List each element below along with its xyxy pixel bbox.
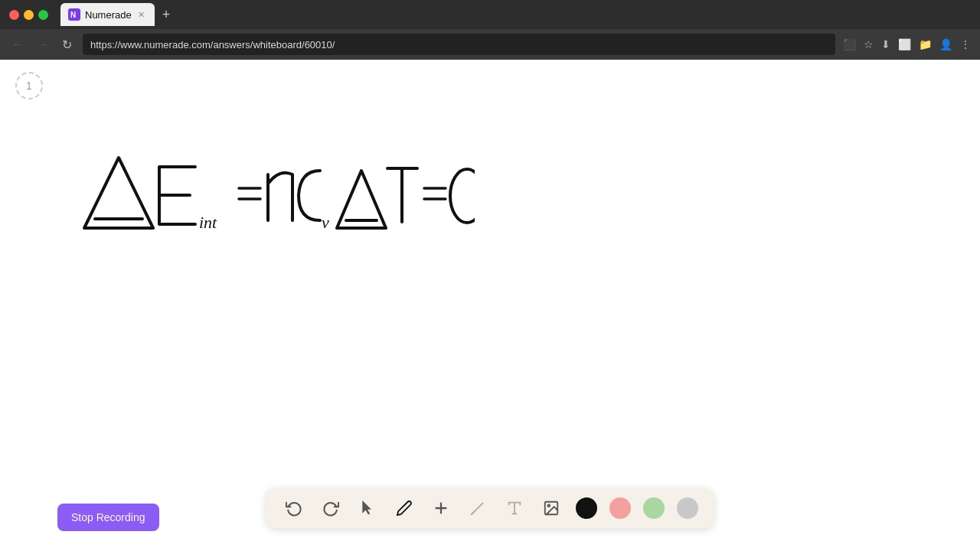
color-black[interactable]	[576, 497, 597, 519]
svg-point-4	[450, 169, 475, 223]
color-green[interactable]	[643, 497, 665, 519]
tab-label: Numerade	[85, 9, 132, 21]
pen-tool-button[interactable]	[392, 496, 416, 520]
refresh-button[interactable]: ↻	[58, 37, 75, 52]
page-number: 1	[26, 80, 32, 92]
close-button[interactable]	[9, 10, 19, 20]
tab-bar: N Numerade ✕ +	[60, 3, 971, 26]
image-tool-button[interactable]	[539, 496, 564, 520]
stop-recording-button[interactable]: Stop Recording	[57, 504, 159, 531]
minimize-button[interactable]	[24, 10, 34, 20]
url-text: https://www.numerade.com/answers/whitebo…	[90, 39, 335, 51]
page-indicator: 1	[15, 72, 43, 99]
profile-icon[interactable]: 👤	[939, 38, 952, 51]
title-bar: N Numerade ✕ +	[0, 0, 980, 29]
formula-display: int v	[77, 152, 475, 246]
svg-text:N: N	[70, 11, 76, 19]
menu-icon[interactable]: ⋮	[960, 38, 971, 51]
browser-window: N Numerade ✕ + ← → ↻ https://www.numerad…	[0, 0, 980, 551]
fullscreen-button[interactable]	[38, 10, 48, 20]
bookmarks-icon[interactable]: 📁	[919, 38, 932, 51]
select-tool-button[interactable]	[355, 496, 380, 520]
extension-icon[interactable]: ⬇	[881, 38, 890, 51]
svg-text:int: int	[199, 213, 217, 232]
redo-button[interactable]	[318, 496, 343, 520]
apps-icon[interactable]: ⬜	[898, 38, 911, 51]
svg-point-12	[547, 504, 550, 507]
highlighter-tool-button[interactable]	[466, 496, 490, 520]
tab-close-button[interactable]: ✕	[136, 9, 147, 20]
drawing-toolbar	[266, 488, 714, 528]
new-tab-button[interactable]: +	[158, 7, 175, 23]
address-bar-row: ← → ↻ https://www.numerade.com/answers/w…	[0, 29, 980, 60]
svg-text:v: v	[322, 213, 329, 232]
add-element-button[interactable]	[429, 496, 453, 520]
browser-toolbar-icons: ⬛ ☆ ⬇ ⬜ 📁 👤 ⋮	[843, 38, 971, 51]
svg-line-8	[472, 512, 475, 515]
traffic-lights	[9, 10, 48, 20]
tab-favicon: N	[68, 8, 80, 21]
address-bar[interactable]: https://www.numerade.com/answers/whitebo…	[83, 34, 835, 55]
whiteboard-canvas[interactable]: 1 int v	[0, 60, 980, 551]
undo-button[interactable]	[282, 496, 306, 520]
active-tab[interactable]: N Numerade ✕	[60, 3, 155, 26]
formula-svg: int v	[77, 152, 475, 243]
back-button[interactable]: ←	[9, 37, 26, 51]
star-icon[interactable]: ☆	[864, 38, 874, 51]
forward-button[interactable]: →	[34, 37, 51, 51]
color-pink[interactable]	[609, 497, 631, 519]
text-tool-button[interactable]	[502, 496, 527, 520]
color-gray[interactable]	[677, 497, 698, 519]
cast-icon[interactable]: ⬛	[843, 38, 856, 51]
